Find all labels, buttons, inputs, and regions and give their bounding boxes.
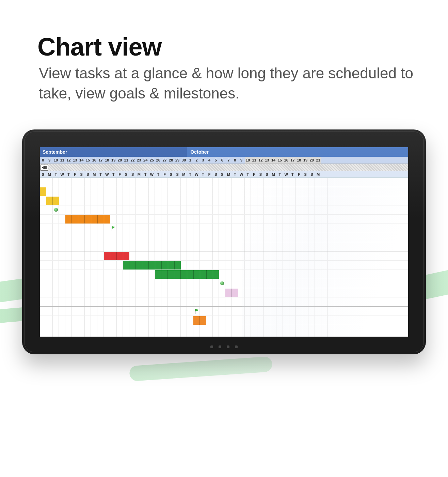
gantt-chart[interactable] [40, 178, 408, 337]
weekday-cell: S [40, 171, 46, 178]
gantt-bar[interactable] [40, 187, 46, 196]
day-number-cell: 9 [238, 157, 245, 164]
weekday-cell: T [110, 171, 117, 178]
day-number-cell: 21 [315, 157, 321, 164]
day-number-cell: 20 [117, 157, 123, 164]
weekday-cell: W [193, 171, 200, 178]
gantt-bar[interactable] [46, 196, 59, 205]
day-number-cell: 30 [181, 157, 187, 164]
weekday-cell: T [289, 171, 296, 178]
page-subtitle: View tasks at a glance & how long they a… [39, 63, 413, 104]
weekday-cell: M [91, 171, 97, 178]
weekday-cell: S [129, 171, 136, 178]
day-number-cell: 9 [46, 157, 53, 164]
day-number-cell: 2 [193, 157, 200, 164]
month-label-september: September [40, 147, 187, 157]
gantt-bar[interactable] [193, 316, 206, 325]
day-number-cell: 23 [136, 157, 142, 164]
milestone-flag-icon[interactable] [112, 226, 116, 231]
weekday-cell: S [85, 171, 91, 178]
weekday-cell: F [72, 171, 78, 178]
weekday-cell: F [206, 171, 213, 178]
day-number-cell: 20 [308, 157, 315, 164]
gantt-bar[interactable] [123, 261, 180, 270]
day-number-cell: 13 [264, 157, 270, 164]
weekday-cell: T [53, 171, 59, 178]
weekday-cell: S [213, 171, 219, 178]
day-number-cell: 14 [270, 157, 277, 164]
day-number-cell: 11 [59, 157, 65, 164]
day-number-cell: 8 [40, 157, 46, 164]
day-number-cell: 19 [110, 157, 117, 164]
weekday-cell: M [315, 171, 321, 178]
day-number-cell: 12 [257, 157, 264, 164]
weekday-cell: M [46, 171, 53, 178]
day-number-cell: 15 [276, 157, 283, 164]
gantt-bar[interactable] [104, 251, 129, 261]
weekday-cell: M [225, 171, 232, 178]
day-number-cell: 16 [91, 157, 97, 164]
day-number-cell: 14 [78, 157, 85, 164]
milestone-dot-icon[interactable] [54, 208, 58, 212]
weekday-cell: S [302, 171, 309, 178]
weekday-cell: S [168, 171, 174, 178]
decorative-swoosh [129, 356, 273, 381]
month-label-october: October [187, 147, 408, 157]
weekday-cell: T [142, 171, 149, 178]
day-number-cell: 3 [200, 157, 206, 164]
milestone-flag-icon[interactable] [195, 309, 199, 314]
weekday-cell: S [78, 171, 85, 178]
weekday-cell: T [65, 171, 72, 178]
day-number-cell: 5 [213, 157, 219, 164]
weekday-cell: W [238, 171, 245, 178]
day-number-cell: 1 [187, 157, 193, 164]
screen: September October 8910111213141516171819… [40, 147, 408, 337]
tablet-frame: September October 8910111213141516171819… [22, 129, 426, 354]
weekday-cell: S [257, 171, 264, 178]
day-number-cell: 8 [232, 157, 238, 164]
day-number-cell: 17 [97, 157, 104, 164]
gantt-bar[interactable] [225, 288, 238, 297]
weekday-cell: T [245, 171, 251, 178]
weekday-cell: S [264, 171, 270, 178]
day-number-cell: 27 [161, 157, 168, 164]
day-number-cell: 18 [296, 157, 302, 164]
day-number-cell: 15 [85, 157, 91, 164]
day-number-cell: 18 [104, 157, 110, 164]
weekday-cell: T [187, 171, 193, 178]
day-number-cell: 22 [129, 157, 136, 164]
gantt-bar[interactable] [155, 270, 219, 279]
weekday-cell: W [59, 171, 65, 178]
weekday-cell: W [283, 171, 289, 178]
timeline-scrollbar[interactable] [40, 164, 408, 171]
day-number-cell: 6 [219, 157, 225, 164]
day-number-cell: 25 [149, 157, 155, 164]
weekday-cell: W [104, 171, 110, 178]
weekday-cell: M [181, 171, 187, 178]
month-header: September October [40, 147, 408, 157]
day-number-cell: 24 [142, 157, 149, 164]
weekday-cell: M [270, 171, 277, 178]
weekday-cell: F [251, 171, 257, 178]
weekday-cell: T [276, 171, 283, 178]
day-number-cell: 17 [289, 157, 296, 164]
weekday-cell: T [97, 171, 104, 178]
day-number-cell: 28 [168, 157, 174, 164]
scroll-left-handle[interactable] [41, 165, 48, 171]
tablet-home-buttons [204, 345, 244, 348]
weekday-cell: M [136, 171, 142, 178]
day-number-cell: 7 [225, 157, 232, 164]
gantt-bar[interactable] [65, 215, 110, 224]
day-number-cell: 10 [53, 157, 59, 164]
weekday-row: SMTWTFSSMTWTFSSMTWTFSSMTWTFSSMTWTFSSMTWT… [40, 171, 408, 178]
weekday-cell: T [232, 171, 238, 178]
page-title: Chart view [37, 32, 161, 61]
day-number-cell: 19 [302, 157, 309, 164]
day-number-row: 8910111213141516171819202122232425262728… [40, 157, 408, 164]
day-number-cell: 12 [65, 157, 72, 164]
day-number-cell: 10 [245, 157, 251, 164]
weekday-cell: T [200, 171, 206, 178]
weekday-cell: S [174, 171, 181, 178]
day-number-cell: 21 [123, 157, 129, 164]
weekday-cell: F [296, 171, 302, 178]
